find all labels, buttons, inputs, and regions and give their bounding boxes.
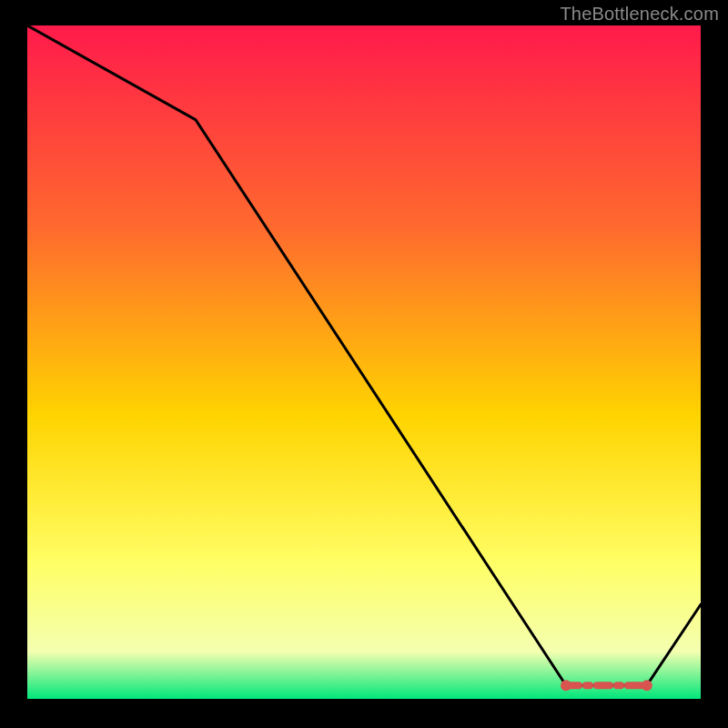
bottleneck-chart: [27, 25, 701, 699]
attribution-text: TheBottleneck.com: [560, 4, 719, 25]
chart-svg: [27, 25, 701, 699]
plot-background: [27, 25, 701, 699]
